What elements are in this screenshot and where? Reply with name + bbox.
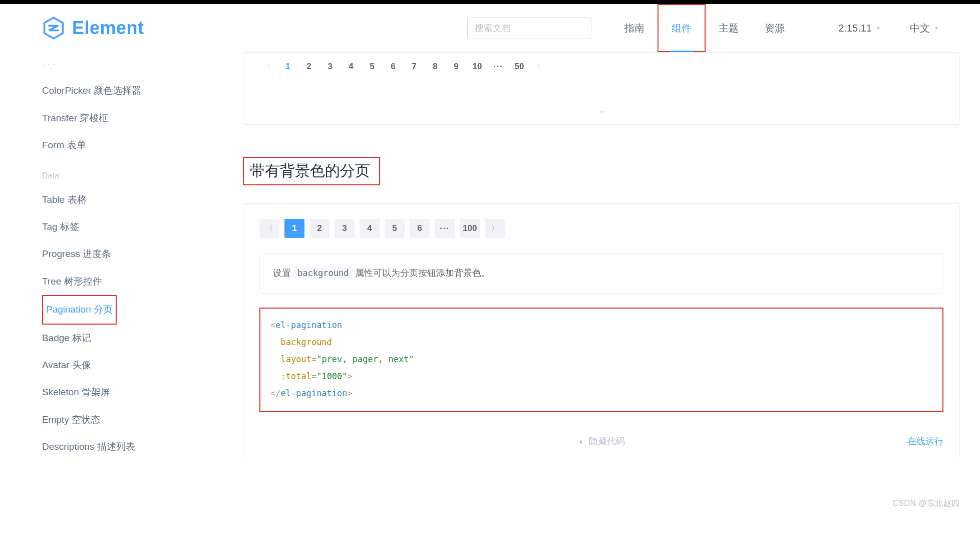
sidebar-item-avatar[interactable]: Avatar 头像 (42, 352, 168, 379)
page-2[interactable]: 2 (309, 219, 330, 238)
nav-guide[interactable]: 指南 (611, 4, 658, 52)
caret-up-icon: ▲ (578, 438, 584, 445)
header: Element 指南 组件 主题 资源 2.15.11 ▾ 中文 ▾ (0, 4, 980, 52)
page-9[interactable]: 9 (446, 62, 467, 72)
search-input[interactable] (467, 17, 591, 39)
page-5[interactable]: 5 (362, 62, 383, 72)
prev-button[interactable]: 〈 (259, 219, 279, 238)
next-button[interactable]: 〉 (485, 219, 505, 238)
page-1[interactable]: 1 (284, 219, 304, 238)
version-dropdown[interactable]: 2.15.11 ▾ (838, 23, 880, 34)
sidebar-item-pagination[interactable]: Pagination 分页 (42, 295, 117, 324)
page-4[interactable]: 4 (341, 62, 362, 72)
desc-code-chip: background (293, 267, 353, 279)
prev-button[interactable]: 〈 (256, 62, 277, 71)
sidebar-item[interactable]: · · · (42, 56, 168, 77)
demo-card-plain: 〈 1 2 3 4 5 6 7 8 9 10 ··· 50 〉 ▾ (243, 52, 960, 125)
top-banner (0, 0, 980, 4)
code-attr: background (280, 337, 332, 347)
page-6[interactable]: 6 (410, 219, 430, 238)
sidebar-item-descriptions[interactable]: Descriptions 描述列表 (42, 433, 168, 460)
chevron-down-icon: ▾ (935, 25, 938, 32)
run-online-link[interactable]: 在线运行 (907, 435, 943, 447)
page-2[interactable]: 2 (298, 62, 319, 72)
page-7[interactable]: 7 (404, 62, 425, 72)
background-pagination: 〈 1 2 3 4 5 6 ··· 100 〉 (243, 204, 959, 253)
language-label: 中文 (910, 22, 930, 35)
sidebar-item-tree[interactable]: Tree 树形控件 (42, 268, 168, 295)
code-string: "1000" (316, 371, 347, 381)
code-attr: :total (280, 371, 311, 381)
description-box: 设置 background 属性可以为分页按钮添加背景色。 (259, 253, 943, 294)
sidebar-item-colorpicker[interactable]: ColorPicker 颜色选择器 (42, 77, 168, 104)
plain-pagination: 〈 1 2 3 4 5 6 7 8 9 10 ··· 50 〉 (243, 55, 959, 79)
code-punc: </ (270, 388, 280, 398)
hide-code-button[interactable]: ▲ 隐藏代码 (578, 435, 625, 447)
code-punc: = (311, 354, 316, 364)
code-block: <el-pagination background layout="prev, … (259, 308, 943, 412)
page-10[interactable]: 10 (467, 62, 488, 72)
code-tag: el-pagination (280, 388, 347, 398)
nav-resource[interactable]: 资源 (752, 4, 798, 52)
desc-suffix: 属性可以为分页按钮添加背景色。 (355, 268, 490, 278)
more-pages-icon[interactable]: ··· (435, 219, 455, 238)
page-4[interactable]: 4 (360, 219, 380, 238)
page-3[interactable]: 3 (335, 219, 355, 238)
version-label: 2.15.11 (838, 23, 872, 34)
desc-prefix: 设置 (273, 268, 291, 278)
nav: 指南 组件 主题 资源 (611, 4, 798, 52)
hide-code-label: 隐藏代码 (589, 435, 625, 447)
nav-divider (813, 22, 813, 34)
sidebar-item-skeleton[interactable]: Skeleton 骨架屏 (42, 379, 168, 406)
page-last[interactable]: 50 (509, 62, 530, 72)
nav-theme[interactable]: 主题 (706, 4, 752, 52)
page-3[interactable]: 3 (319, 62, 341, 72)
caret-down-icon: ▾ (600, 108, 603, 116)
sidebar: · · · ColorPicker 颜色选择器 Transfer 穿梭框 For… (0, 52, 168, 460)
language-dropdown[interactable]: 中文 ▾ (910, 22, 938, 35)
chevron-down-icon: ▾ (877, 25, 880, 32)
code-string: "prev, pager, next" (316, 354, 414, 364)
next-button[interactable]: 〉 (530, 62, 551, 71)
page-6[interactable]: 6 (383, 62, 404, 72)
watermark: CSDN @东北赵四 (0, 490, 980, 521)
section-title: 带有背景色的分页 (243, 157, 380, 185)
page-5[interactable]: 5 (385, 219, 405, 238)
page-8[interactable]: 8 (425, 62, 446, 72)
sidebar-item-empty[interactable]: Empty 空状态 (42, 406, 168, 433)
code-punc: = (311, 371, 316, 381)
code-attr: layout (280, 354, 311, 364)
code-punc: > (348, 388, 353, 398)
logo-icon (42, 17, 65, 40)
demo-footer: ▲ 隐藏代码 在线运行 (243, 426, 959, 457)
page-1[interactable]: 1 (277, 62, 298, 72)
code-punc: < (270, 320, 275, 330)
sidebar-item-badge[interactable]: Badge 标记 (42, 325, 168, 352)
sidebar-item-transfer[interactable]: Transfer 穿梭框 (42, 105, 168, 132)
sidebar-item-tag[interactable]: Tag 标签 (42, 213, 168, 240)
logo-text: Element (72, 18, 144, 39)
content: 〈 1 2 3 4 5 6 7 8 9 10 ··· 50 〉 ▾ (168, 52, 960, 460)
sidebar-item-form[interactable]: Form 表单 (42, 132, 168, 159)
code-punc: > (348, 371, 353, 381)
sidebar-group-data: Data (42, 159, 168, 186)
logo[interactable]: Element (42, 17, 144, 40)
sidebar-item-table[interactable]: Table 表格 (42, 186, 168, 213)
nav-component[interactable]: 组件 (658, 4, 706, 52)
sidebar-item-progress[interactable]: Progress 进度条 (42, 240, 168, 267)
code-tag: el-pagination (275, 320, 342, 330)
demo-toggle[interactable]: ▾ (243, 99, 959, 124)
page-last[interactable]: 100 (460, 219, 480, 238)
demo-card-background: 〈 1 2 3 4 5 6 ··· 100 〉 设置 background 属性… (243, 203, 960, 457)
more-pages-icon[interactable]: ··· (488, 62, 509, 71)
